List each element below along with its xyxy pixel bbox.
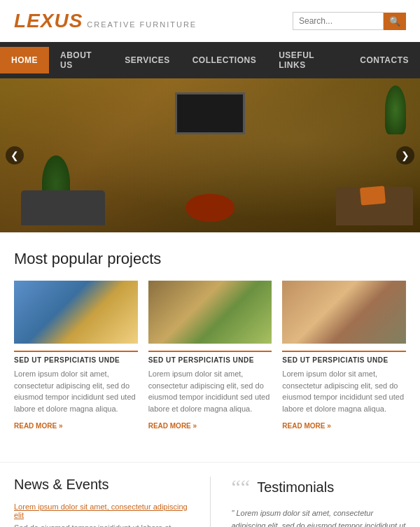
- project-card-3: SED UT PERSPICIATIS UNDE Lorem ipsum dol…: [282, 281, 406, 430]
- nav-item-contacts[interactable]: CONTACTS: [349, 47, 420, 73]
- project-subtitle-3: SED UT PERSPICIATIS UNDE: [282, 351, 406, 364]
- table-decoration: [186, 194, 234, 222]
- project-subtitle-2: SED UT PERSPICIATIS UNDE: [148, 351, 272, 364]
- news-section: News & Events Lorem ipsum dolor sit amet…: [14, 477, 189, 527]
- project-card-1: SED UT PERSPICIATIS UNDE Lorem ipsum dol…: [14, 281, 138, 430]
- sofa-left-decoration: [21, 190, 105, 225]
- logo: LEXUS CREATIVE FURNITURE: [14, 10, 197, 32]
- project-thumb-3: [282, 281, 406, 344]
- popular-projects-title: Most popular projects: [14, 250, 406, 268]
- hero-prev-arrow[interactable]: ❮: [6, 146, 24, 164]
- hero-next-arrow[interactable]: ❯: [396, 146, 414, 164]
- project-text-2: Lorem ipsum dolor sit amet, consectetur …: [148, 368, 272, 414]
- nav-item-home[interactable]: HOME: [0, 47, 49, 73]
- testimonials-title-row: ““ Testimonials: [232, 477, 407, 498]
- logo-tagline: CREATIVE FURNITURE: [87, 20, 197, 29]
- page-wrapper: LEXUS CREATIVE FURNITURE 🔍 HOME ABOUT US…: [0, 0, 420, 527]
- project-thumb-1: [14, 281, 138, 344]
- search-button[interactable]: 🔍: [384, 13, 406, 30]
- tv-decoration: [175, 92, 245, 134]
- nav-item-services[interactable]: SERVICES: [113, 47, 181, 73]
- testimonial-text: " Lorem ipsum dolor sit amet, consectetu…: [232, 507, 407, 527]
- hero-image: [0, 78, 420, 232]
- news-title: News & Events: [14, 477, 189, 493]
- nav-item-useful-links[interactable]: USEFUL LINKS: [267, 42, 349, 78]
- logo-brand: LEXUS: [14, 10, 83, 32]
- nav-item-about[interactable]: ABOUT US: [49, 42, 113, 78]
- plant-right-decoration: [385, 85, 406, 134]
- section-divider: [210, 477, 211, 527]
- testimonials-section: ““ Testimonials " Lorem ipsum dolor sit …: [232, 477, 407, 527]
- project-text-1: Lorem ipsum dolor sit amet, consectetur …: [14, 368, 138, 414]
- quote-mark-icon: ““: [232, 477, 251, 498]
- read-more-2[interactable]: READ MORE »: [148, 422, 197, 430]
- nav-item-collections[interactable]: COLLECTIONS: [181, 47, 268, 73]
- read-more-3[interactable]: READ MORE »: [282, 422, 330, 430]
- project-thumb-2: [148, 281, 272, 344]
- news-text-1: Sed do eiusmod tempor incididunt ut labo…: [14, 522, 189, 527]
- read-more-1[interactable]: READ MORE »: [14, 422, 62, 430]
- project-card-2: SED UT PERSPICIATIS UNDE Lorem ipsum dol…: [148, 281, 272, 430]
- pillow-decoration: [360, 186, 386, 206]
- main-nav: HOME ABOUT US SERVICES COLLECTIONS USEFU…: [0, 42, 420, 78]
- popular-projects-section: Most popular projects SED UT PERSPICIATI…: [0, 232, 420, 462]
- header: LEXUS CREATIVE FURNITURE 🔍: [0, 0, 420, 42]
- hero-slider: ❮ ❯: [0, 78, 420, 232]
- project-text-3: Lorem ipsum dolor sit amet, consectetur …: [282, 368, 406, 414]
- search-bar: 🔍: [293, 12, 406, 30]
- projects-grid: SED UT PERSPICIATIS UNDE Lorem ipsum dol…: [14, 281, 406, 430]
- news-link-1[interactable]: Lorem ipsum dolor sit amet, consectetur …: [14, 503, 189, 519]
- testimonials-title: Testimonials: [257, 479, 334, 496]
- search-input[interactable]: [293, 12, 384, 30]
- project-subtitle-1: SED UT PERSPICIATIS UNDE: [14, 351, 138, 364]
- bottom-sections: News & Events Lorem ipsum dolor sit amet…: [0, 462, 420, 527]
